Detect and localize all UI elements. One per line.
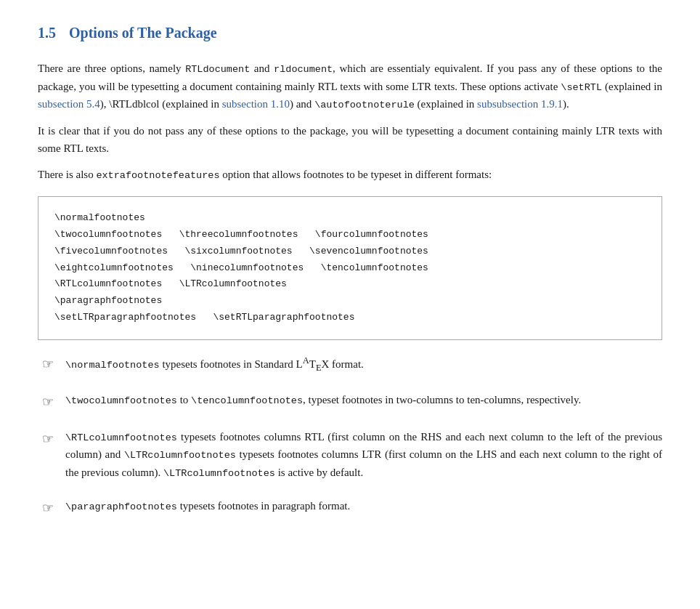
code-rtldocument: RTLdocument (185, 64, 250, 75)
bullet-content-3: \RTLcolumnfootnotes typesets footnotes c… (65, 428, 662, 482)
section-heading: 1.5 Options of The Package (38, 22, 662, 44)
code-tencolumnfootnotes: \tencolumnfootnotes (191, 395, 303, 406)
code-setrtl: \setRTL (561, 82, 602, 93)
list-item: ☞ \RTLcolumnfootnotes typesets footnotes… (38, 428, 662, 482)
link-subsubsection-1-9-1[interactable]: subsubsection 1.9.1 (477, 98, 563, 110)
code-twocolumnfootnotes: \twocolumnfootnotes (65, 395, 177, 406)
list-item: ☞ \normalfootnotes typesets footnotes in… (38, 353, 662, 375)
code-autofootnoterule: \autofootnoterule (314, 100, 415, 110)
paragraph-2: It is clear that if you do not pass any … (38, 122, 662, 157)
bullet-icon-1: ☞ (38, 355, 58, 374)
section-title: Options of The Package (69, 22, 217, 44)
code-extrafootnotefeatures: extrafootnotefeatures (96, 170, 219, 181)
code-ltrcolumnfootnotes-1: \LTRcolumnfootnotes (124, 450, 236, 461)
list-item: ☞ \paragraphfootnotes typesets footnotes… (38, 497, 662, 518)
code-paragraphfootnotes: \paragraphfootnotes (65, 501, 177, 512)
code-normalfootnotes: \normalfootnotes (65, 360, 160, 371)
bullet-content-2: \twocolumnfootnotes to \tencolumnfootnot… (65, 391, 662, 409)
paragraph-1: There are three options, namely RTLdocum… (38, 60, 662, 113)
code-rtlcolumnfootnotes: \RTLcolumnfootnotes (65, 432, 177, 443)
code-ltrcolumnfootnotes-2: \LTRcolumnfootnotes (163, 468, 275, 479)
code-block: \normalfootnotes \twocolumnfootnotes \th… (38, 196, 662, 339)
bullet-list: ☞ \normalfootnotes typesets footnotes in… (38, 353, 662, 519)
link-subsection-5-4[interactable]: subsection 5.4 (38, 98, 100, 110)
bullet-content-4: \paragraphfootnotes typesets footnotes i… (65, 497, 662, 515)
list-item: ☞ \twocolumnfootnotes to \tencolumnfootn… (38, 391, 662, 412)
paragraph-3: There is also extrafootnotefeatures opti… (38, 166, 662, 184)
bullet-icon-3: ☞ (38, 429, 58, 449)
bullet-icon-2: ☞ (38, 392, 58, 412)
bullet-content-1: \normalfootnotes typesets footnotes in S… (65, 353, 662, 375)
bullet-icon-4: ☞ (38, 499, 58, 518)
code-rldocument: rldocument (274, 64, 333, 75)
link-subsection-1-10[interactable]: subsection 1.10 (222, 98, 290, 110)
section-number: 1.5 (38, 22, 56, 44)
